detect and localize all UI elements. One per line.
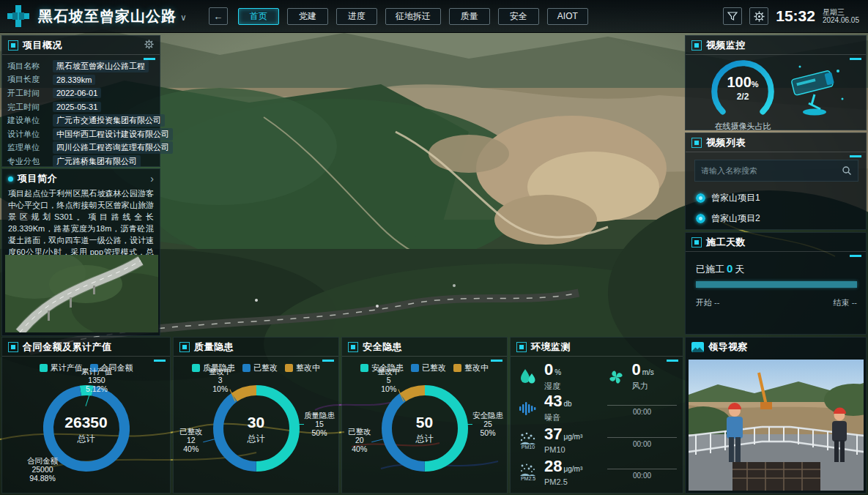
tab-progress[interactable]: 进度: [336, 8, 377, 25]
panel-marker-icon: [179, 342, 190, 352]
donut-callout: 整改中 3 10%: [209, 367, 232, 393]
field-value: 四川公路工程咨询监理有限公司: [53, 141, 173, 154]
overview-field-row: 项目长度28.339km: [2, 73, 160, 87]
video-search-input[interactable]: [695, 166, 842, 175]
top-header: 黑石坡至曾家山公路 ∨ ← 首页 党建 进度 征地拆迁 质量 安全 AIOT: [0, 0, 868, 33]
legend-item[interactable]: 整改中: [453, 362, 489, 373]
construction-start: 开始 --: [696, 297, 719, 308]
legend-swatch: [40, 364, 48, 372]
video-list-item[interactable]: 曾家山项目2: [696, 212, 760, 225]
svg-text:PM2.5: PM2.5: [521, 476, 535, 481]
legend-swatch: [360, 364, 368, 372]
donut-callout: 质量隐患 15 50%: [304, 411, 335, 437]
legend-item[interactable]: 累计产值: [40, 362, 83, 373]
video-monitor-title: 视频监控: [706, 39, 746, 52]
gear-icon: [754, 11, 765, 22]
donut-callout: 安全隐患 25 50%: [472, 411, 503, 437]
field-value: 2022-06-01: [53, 88, 101, 98]
overview-field-row: 项目名称黑石坡至曾家山公路工程: [2, 59, 160, 73]
tab-quality[interactable]: 质量: [449, 8, 490, 25]
leader-photo: [689, 360, 864, 491]
panel-accent-dash: [667, 360, 678, 362]
panel-accent-dash: [154, 360, 166, 362]
funnel-icon: [727, 11, 738, 21]
field-label: 项目长度: [7, 74, 53, 85]
safety-title: 安全隐患: [363, 340, 402, 354]
gear-icon: [144, 40, 154, 49]
construction-title: 施工天数: [706, 236, 746, 249]
webcam-icon: [696, 214, 705, 223]
webcam-icon: [696, 193, 705, 203]
humidity-icon: [518, 368, 538, 387]
panel-environment: 环境监测 0% 湿度: [510, 337, 683, 494]
panel-accent-dash: [491, 360, 502, 362]
donut-center: 50 总计: [392, 414, 458, 445]
filter-button[interactable]: [723, 7, 742, 25]
video-list-title: 视频列表: [706, 136, 746, 149]
legend-item[interactable]: 已整改: [411, 362, 446, 373]
overview-field-row: 建设单位广元市交通投资集团有限公司: [2, 113, 160, 127]
legend-item[interactable]: 整改中: [285, 362, 320, 373]
tab-party[interactable]: 党建: [287, 8, 328, 25]
cctv-camera-icon: [782, 61, 850, 118]
field-label: 项目名称: [7, 61, 53, 72]
donut-callout: 累计产值 1350 5.12%: [81, 367, 112, 393]
donut-center: 26350 总计: [53, 414, 119, 445]
camera-online-gauge: 100% 2/2 在线摄像头占比: [708, 56, 778, 127]
panel-project-intro: 项目简介 › 项目起点位于利州区黑石坡森林公园游客中心平交口，终点衔接朝天区曾家…: [1, 168, 160, 336]
tab-land[interactable]: 征地拆迁: [385, 8, 441, 25]
overview-settings-button[interactable]: [144, 39, 154, 52]
title-caret-icon[interactable]: ∨: [180, 12, 187, 23]
chevron-right-icon[interactable]: ›: [150, 173, 154, 185]
donut-callout: 已整改 12 40%: [179, 427, 203, 453]
clock-date-block: 星期三 2024.06.05: [823, 8, 859, 24]
clock-date: 2024.06.05: [823, 16, 859, 24]
gauge-caption: 在线摄像头占比: [697, 121, 788, 132]
noise-icon: [518, 401, 538, 417]
field-value: 广元市交通投资集团有限公司: [53, 114, 165, 127]
legend-swatch: [242, 364, 251, 372]
panel-video-monitor: 视频监控 100% 2/2 在线摄像头占比: [685, 35, 867, 130]
field-label: 专业分包: [7, 156, 53, 167]
panel-accent-dash: [322, 360, 334, 362]
metric-pm25: PM2.5 28μg/m³ PM2.5: [518, 459, 604, 486]
construction-days-value: 0: [724, 262, 735, 275]
noise-mini-chart: 00:00: [607, 396, 677, 421]
construction-end: 结束 --: [834, 297, 857, 308]
nav-tabs: 首页 党建 进度 征地拆迁 质量 安全 AIOT: [238, 8, 588, 25]
panel-marker-icon: [8, 40, 18, 51]
metric-pm10: PM10 37μg/m³ PM10: [518, 427, 604, 454]
settings-button[interactable]: [749, 7, 768, 25]
legend-swatch: [453, 364, 461, 372]
search-icon[interactable]: [842, 165, 852, 176]
video-list-item[interactable]: 曾家山项目1: [696, 192, 760, 204]
tab-home[interactable]: 首页: [238, 8, 279, 25]
panel-accent-dash: [144, 58, 155, 60]
legend-swatch: [411, 364, 419, 372]
svg-text:PM10: PM10: [522, 444, 535, 450]
environment-title: 环境监测: [531, 340, 571, 354]
overview-title: 项目概况: [23, 39, 62, 52]
panel-marker-icon: [348, 342, 358, 352]
tab-aiot[interactable]: AIOT: [547, 8, 588, 25]
overview-field-list: 项目名称黑石坡至曾家山公路工程项目长度28.339km开工时间2022-06-0…: [2, 59, 160, 168]
back-button[interactable]: ←: [209, 7, 228, 25]
bullet-icon: [8, 176, 13, 182]
field-label: 监理单位: [7, 142, 53, 153]
panel-marker-icon: [691, 40, 702, 51]
pm25-mini-chart: 00:00: [607, 460, 677, 485]
panel-safety-hazards: 安全隐患 安全隐患 已整改 整改中 50 总计 整改中 5 10% 安全隐患 2…: [341, 337, 508, 494]
panel-marker-icon: [516, 342, 527, 352]
pm10-icon: PM10: [518, 431, 538, 450]
tab-safety[interactable]: 安全: [498, 8, 539, 25]
panel-marker-icon: [8, 342, 18, 352]
wind-icon: [606, 368, 626, 386]
overview-field-row: 设计单位中国华西工程设计建设有限公司: [2, 127, 160, 141]
legend-item[interactable]: 已整改: [242, 362, 278, 373]
panel-quality-hazards: 质量隐患 质量隐患 已整改 整改中 30 总计 整改中 3 10% 质量隐患 1…: [173, 337, 339, 494]
clock-weekday: 星期三: [823, 8, 859, 16]
donut-callout: 合同金额 25000 94.88%: [27, 456, 58, 483]
field-label: 设计单位: [7, 129, 53, 140]
clock-time: 15:32: [776, 7, 815, 25]
page-title[interactable]: 黑石坡至曾家山公路: [38, 7, 177, 26]
